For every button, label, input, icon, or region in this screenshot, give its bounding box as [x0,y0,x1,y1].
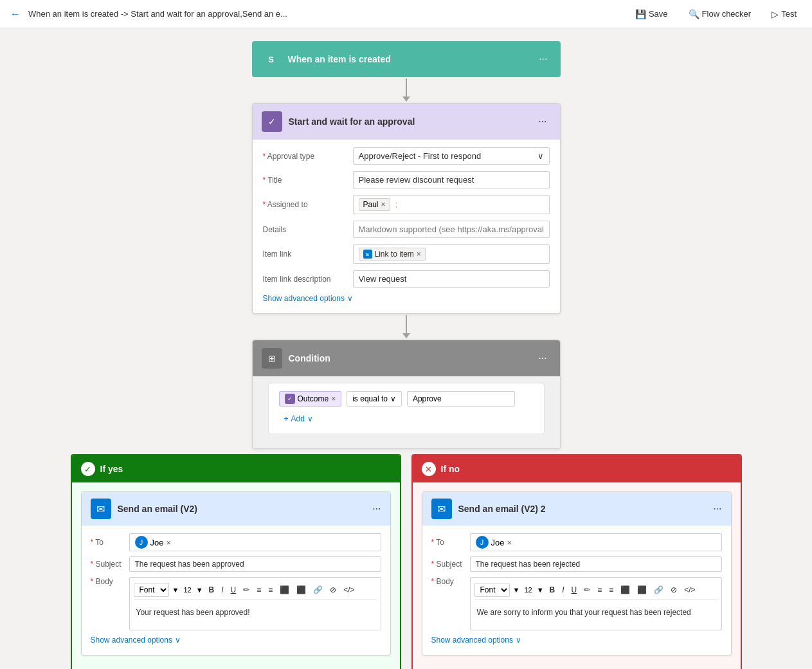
email-body-no: To J Joe × Subject [422,526,731,655]
email-body-text-yes[interactable]: Your request has been approved! [134,604,377,627]
condition-more-button[interactable]: ··· [534,351,550,365]
email-subject-input-yes[interactable] [129,556,381,572]
joe-avatar-no: J [476,536,489,549]
condition-inner: ✓ Outcome × is equal to ∨ + Add ∨ [268,383,545,434]
flow-checker-icon: 🔍 [689,9,699,19]
email-block-no: ✉ Send an email (V2) 2 ··· To J Joe × [422,491,732,655]
font-select-yes[interactable]: Font [134,583,169,597]
bold-button-no[interactable]: B [547,584,558,596]
flow-checker-button[interactable]: 🔍 Flow checker [683,6,757,22]
bold-button-yes[interactable]: B [206,584,217,596]
joe-tag-close-no[interactable]: × [507,538,512,547]
approval-more-button[interactable]: ··· [534,115,550,129]
link-button-no[interactable]: 🔗 [651,584,666,596]
branch-yes-content: ✉ Send an email (V2) ··· To J Joe × [72,482,400,669]
list-ol-button-yes[interactable]: ≡ [254,584,264,596]
body-toolbar-yes: Font ▼ 12 ▼ B I U ✏ ≡ [134,580,377,600]
chevron-down-icon: ∨ [390,394,396,403]
item-link-desc-row: Item link description [263,270,550,288]
email-subject-input-no[interactable] [470,556,722,572]
item-link-field[interactable]: S Link to item × [353,244,550,264]
trigger-icon: S [261,49,282,69]
branch-no-title: If no [441,464,460,474]
unlink-button-no[interactable]: ⊘ [668,584,680,596]
test-button[interactable]: ▷ Test [766,6,802,22]
branch-no: ✕ If no ✉ Send an email (V2) 2 ··· To [411,454,742,669]
item-link-desc-input[interactable] [353,270,550,288]
trigger-title: When an item is created [288,54,536,64]
approval-type-row: Approval type Approve/Reject - First to … [263,147,550,165]
assigned-to-row: Assigned to Paul × ; [263,195,550,214]
link-button-yes[interactable]: 🔗 [311,584,325,596]
trigger-block: S When an item is created ··· [252,41,561,77]
approval-title: Start and wait for an approval [289,116,535,127]
email-header-yes: ✉ Send an email (V2) ··· [82,492,390,526]
branch-yes: ✓ If yes ✉ Send an email (V2) ··· To [71,454,401,669]
chevron-down-icon: ∨ [347,294,353,303]
sharepoint-icon: S [363,250,372,259]
underline-button-yes[interactable]: U [228,584,239,596]
email-to-field-yes[interactable]: J Joe × [129,533,381,551]
approval-type-label: Approval type [263,152,353,161]
list-ul-button-no[interactable]: ≡ [606,584,616,596]
save-button[interactable]: 💾 Save [630,6,673,22]
email-icon-no: ✉ [431,499,452,519]
details-row: Details [263,221,550,238]
outcome-icon: ✓ [285,394,295,404]
email-more-no[interactable]: ··· [713,503,721,515]
pencil-button-yes[interactable]: ✏ [240,584,252,596]
joe-tag-close-yes[interactable]: × [166,538,171,547]
show-advanced-email-yes[interactable]: Show advanced options ∨ [91,636,381,645]
assigned-to-field[interactable]: Paul × ; [353,195,550,214]
italic-button-no[interactable]: I [559,584,566,596]
details-input[interactable] [353,221,550,238]
link-to-item-tag: S Link to item × [359,248,426,261]
list-ul-button-yes[interactable]: ≡ [266,584,275,596]
operator-select[interactable]: is equal to ∨ [347,391,402,407]
add-condition-button[interactable]: + Add ∨ [279,412,534,426]
email-to-row-no: To J Joe × [431,533,722,551]
approval-title-row: Title [263,171,550,188]
align-left-button-no[interactable]: ⬛ [618,584,633,596]
align-right-button-yes[interactable]: ⬛ [294,584,309,596]
email-icon-yes: ✉ [91,499,111,519]
approval-body: Approval type Approve/Reject - First to … [253,140,560,313]
paul-tag-close[interactable]: × [381,200,386,209]
show-advanced-approval[interactable]: Show advanced options ∨ [263,294,550,303]
branch-yes-title: If yes [100,464,123,474]
unlink-button-yes[interactable]: ⊘ [327,584,339,596]
list-ol-button-no[interactable]: ≡ [595,584,604,596]
pencil-button-no[interactable]: ✏ [581,584,593,596]
condition-title: Condition [289,353,535,363]
show-advanced-email-no[interactable]: Show advanced options ∨ [431,636,722,645]
underline-button-no[interactable]: U [569,584,580,596]
email-more-yes[interactable]: ··· [372,503,381,515]
item-link-label: Item link [263,250,353,259]
back-button[interactable]: ← [10,8,21,20]
condition-value-input[interactable] [407,391,515,407]
email-subject-label-no: Subject [431,560,470,569]
branch-yes-header: ✓ If yes [72,455,400,482]
align-right-button-no[interactable]: ⬛ [635,584,649,596]
app-header: ← When an item is created -> Start and w… [0,0,812,28]
font-select-no[interactable]: Font [474,583,510,597]
email-to-field-no[interactable]: J Joe × [470,533,722,551]
approval-title-input[interactable] [353,171,550,188]
approval-type-value: Approve/Reject - First to respond ∨ [353,147,550,165]
italic-button-yes[interactable]: I [219,584,226,596]
align-left-button-yes[interactable]: ⬛ [277,584,292,596]
link-tag-close[interactable]: × [417,250,421,259]
email-body-text-no[interactable]: We are sorry to inform you that your req… [474,604,717,627]
add-action-yes[interactable]: ⊞ Add an action [81,663,391,669]
email-subject-label-yes: Subject [91,560,129,569]
condition-body: ✓ Outcome × is equal to ∨ + Add ∨ [253,376,560,448]
outcome-tag-close[interactable]: × [331,394,336,403]
connector-2 [402,314,410,340]
code-button-no[interactable]: </> [681,584,698,596]
trigger-more-button[interactable]: ··· [535,52,551,66]
condition-header: ⊞ Condition ··· [253,340,560,376]
code-button-yes[interactable]: </> [341,584,357,596]
body-toolbar-no: Font ▼ 12 ▼ B I U ✏ ≡ [474,580,717,600]
approval-type-select[interactable]: Approve/Reject - First to respond ∨ [353,147,550,165]
add-action-no[interactable]: ⊞ Add an action [422,663,732,669]
